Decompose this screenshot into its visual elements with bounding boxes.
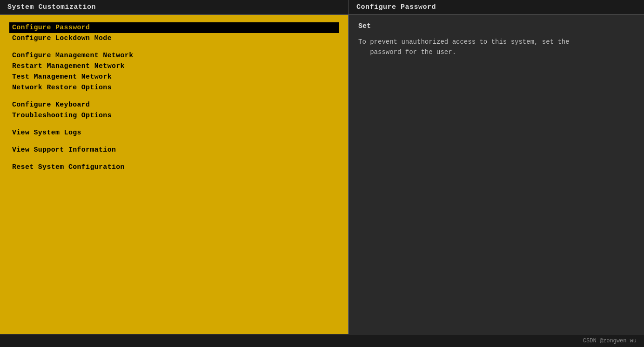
top-bar: System Customization Configure Password — [0, 0, 644, 15]
right-panel-section-title: Set — [358, 22, 635, 30]
top-bar-right: Configure Password — [349, 0, 644, 14]
top-bar-left: System Customization — [0, 0, 349, 14]
menu-item-configure-password[interactable]: Configure Password — [9, 22, 339, 33]
menu-item-configure-keyboard[interactable]: Configure Keyboard — [9, 100, 339, 110]
system-customization-title: System Customization — [7, 3, 96, 11]
menu-item-restart-management-network[interactable]: Restart Management Network — [9, 61, 339, 72]
menu-spacer-1 — [9, 44, 339, 50]
menu-spacer-3 — [9, 121, 339, 127]
menu-item-configure-lockdown[interactable]: Configure Lockdown Mode — [9, 33, 339, 44]
menu-item-view-system-logs[interactable]: View System Logs — [9, 127, 339, 138]
menu-item-reset-system-configuration[interactable]: Reset System Configuration — [9, 162, 339, 173]
menu-item-view-support-information[interactable]: View Support Information — [9, 145, 339, 155]
right-panel: Set To prevent unauthorized access to th… — [349, 15, 644, 334]
bottom-label: CSDN @zongwen_wu — [583, 338, 637, 344]
menu-spacer-4 — [9, 138, 339, 145]
menu-spacer-5 — [9, 155, 339, 162]
menu-item-troubleshooting-options[interactable]: Troubleshooting Options — [9, 110, 339, 121]
configure-password-title: Configure Password — [356, 3, 436, 11]
bottom-bar: CSDN @zongwen_wu — [0, 334, 644, 347]
menu-item-configure-management-network[interactable]: Configure Management Network — [9, 50, 339, 61]
right-panel-description: To prevent unauthorized access to this s… — [358, 37, 628, 58]
screen: System Customization Configure Password … — [0, 0, 644, 347]
main-content: Configure Password Configure Lockdown Mo… — [0, 15, 644, 334]
left-panel: Configure Password Configure Lockdown Mo… — [0, 15, 349, 334]
menu-item-network-restore-options[interactable]: Network Restore Options — [9, 82, 339, 93]
menu-spacer-2 — [9, 93, 339, 100]
menu-item-test-management-network[interactable]: Test Management Network — [9, 72, 339, 82]
